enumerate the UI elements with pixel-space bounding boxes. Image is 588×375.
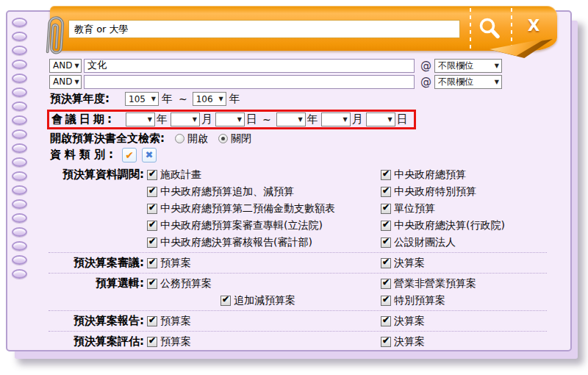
close-button[interactable]: X [518,17,549,35]
field-select-1[interactable]: 不限欄位 [434,59,502,73]
section-row: 中央政府總預算追加、減預算 中央政府特別預算 [7,183,570,200]
fulltext-open-radio[interactable] [175,134,184,143]
meeting-start-year-select[interactable] [126,113,155,126]
checkbox-label: 預算案 [160,315,191,328]
field-select-2[interactable]: 不限欄位 [434,75,502,89]
checkbox[interactable] [381,204,391,214]
section-row: 預算選輯: 公務預算案 營業非營業預算案 [7,275,570,292]
checkbox-label: 追加減預算案 [234,294,295,307]
checkbox[interactable] [147,170,157,180]
search-icon [476,15,503,42]
checkbox[interactable] [381,258,391,268]
section-row: 中央政府總決算審核報告(審計部) 公設財團法人 [7,234,570,251]
checkbox[interactable] [381,238,391,248]
binder-ring-icon [12,18,27,27]
dotted-separator [49,310,547,311]
checkbox[interactable] [147,221,157,231]
checkbox-label: 中央政府總預算追加、減預算 [160,185,294,199]
checkbox[interactable] [147,204,157,214]
unit-year: 年 [157,113,168,126]
search-header: X [50,6,557,51]
at-symbol: @ [420,59,431,72]
meeting-end-year-select[interactable] [276,113,306,126]
checkbox[interactable] [147,316,157,326]
checkbox-label: 中央政府總決算審核報告(審計部) [160,236,312,249]
checkbox-label: 預算案 [160,257,191,270]
query-row-2: AND @ 不限欄位 [49,74,570,90]
year-unit: 年 [229,92,240,106]
dashed-separator [511,8,512,49]
search-button[interactable] [476,15,503,42]
keyword-input-1[interactable] [84,59,415,73]
checkbox[interactable] [147,279,157,289]
checkbox-label: 公設財團法人 [394,236,456,249]
section-row: 中央政府總預算第二預備金動支數額表 單位預算 [7,200,570,217]
year-range-row: 預決算年度: 105 年 ~ 106 年 [50,90,570,108]
meeting-date-row-highlight: 會議日期: 年 月 日 ~ 年 月 日 [47,110,416,129]
dotted-separator [49,331,547,332]
checkbox[interactable] [381,316,391,326]
section-row: 追加減預算案 特別預算案 [7,292,570,309]
checkbox[interactable] [381,279,391,289]
section-row: 預決算資料調閱: 施政計畫 中央政府總預算 [7,166,570,183]
dotted-separator [49,273,547,274]
to-year-select[interactable]: 106 [193,92,226,106]
unit-day: 日 [397,113,408,126]
checkbox-label: 特別預算案 [394,294,445,307]
meeting-date-label: 會議日期: [51,113,124,126]
checkbox[interactable] [381,170,391,180]
fulltext-row: 開啟預算決書全文檢索: 開啟 關閉 [50,131,570,146]
meeting-start-month-select[interactable] [171,113,200,126]
checkbox[interactable] [381,337,391,347]
main-search-input[interactable] [68,20,460,38]
section-label: 預決算案評估: [7,335,144,349]
checkbox[interactable] [220,296,231,306]
checkbox[interactable] [381,296,391,306]
tilde: ~ [179,93,187,105]
checkbox[interactable] [147,238,157,248]
section-row: 預決算案報告: 預算案 決算案 [7,312,570,329]
section-label: 預決算案審議: [7,256,144,270]
datatype-label: 資料類別: [50,148,117,162]
dotted-separator [49,252,547,253]
from-year-select[interactable]: 105 [125,92,159,106]
checkbox-label: 中央政府總預算 [394,168,466,182]
checkbox-label: 中央政府總決算(行政院) [394,219,505,232]
radio-label: 關閉 [231,132,251,146]
meeting-start-day-select[interactable] [215,113,245,126]
section-row: 預決算案評估: 預算案 決算案 [7,333,570,350]
unit-year: 年 [307,113,318,126]
checkbox-label: 單位預算 [394,202,435,215]
checkbox[interactable] [147,337,157,347]
clear-all-button[interactable]: ✖ [142,148,157,162]
paperclip-icon [36,9,72,67]
operator-select[interactable]: AND [49,75,82,89]
form-content: AND @ 不限欄位 AND @ 不限欄位 預決算年度: 105 年 ~ 106… [7,57,570,350]
meeting-end-month-select[interactable] [321,113,351,126]
unit-month: 月 [201,113,212,126]
fulltext-closed-radio[interactable] [218,134,228,143]
checkbox[interactable] [381,187,391,197]
checkbox-label: 施政計畫 [160,168,201,182]
keyword-input-2[interactable] [84,75,415,89]
section-label: 預決算案報告: [7,314,144,328]
checkbox-sections: 預決算資料調閱: 施政計畫 中央政府總預算 中央政府總預算追加、減預算 中央政府… [7,166,570,350]
unit-month: 月 [352,113,363,126]
select-all-button[interactable]: ✔ [122,148,137,162]
binder-ring-icon [12,46,27,55]
checkbox-label: 中央政府總預算第二預備金動支數額表 [160,202,335,215]
dashed-separator [470,8,471,49]
section-row: 中央政府總預算案審查專輯(立法院) 中央政府總決算(行政院) [7,217,570,234]
checkbox-label: 中央政府總預算案審查專輯(立法院) [160,219,323,232]
section-row: 預決算案審議: 預算案 決算案 [7,254,570,271]
section-label: 預算選輯: [7,276,144,290]
year-unit: 年 [162,92,173,106]
checkbox[interactable] [147,258,157,268]
check-icon: ✔ [125,150,134,160]
section-label: 預決算資料調閱: [7,168,144,182]
meeting-end-day-select[interactable] [366,113,395,126]
at-symbol: @ [420,75,431,88]
checkbox[interactable] [147,187,157,197]
checkbox[interactable] [381,221,391,231]
checkbox-label: 決算案 [394,315,425,328]
